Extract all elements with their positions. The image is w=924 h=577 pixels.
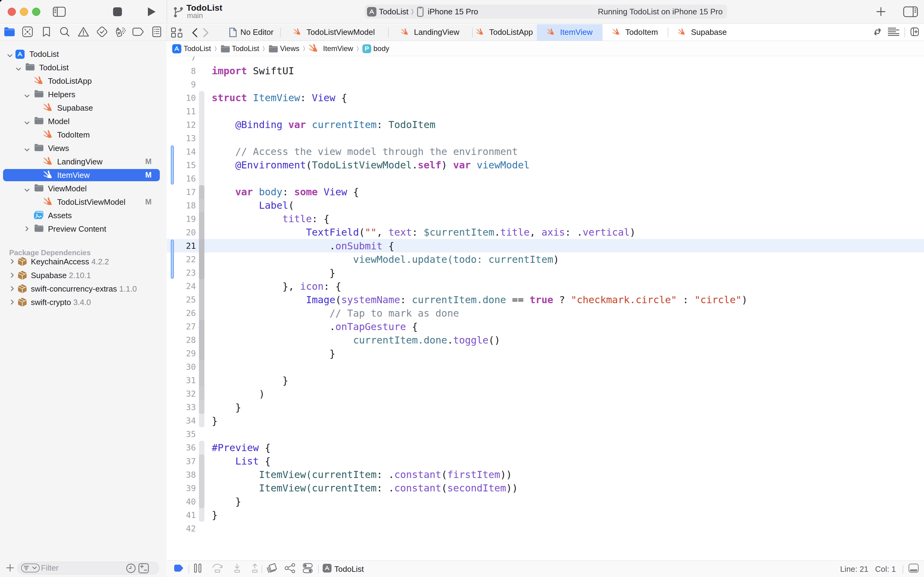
tab-todoitem[interactable]: TodoItem [602,24,668,41]
disclosure-open-icon[interactable] [24,147,29,153]
code-review-icon[interactable] [873,27,882,38]
go-forward-icon[interactable] [203,28,209,39]
bookmark-navigator-icon[interactable] [42,26,50,38]
package-item-keychainaccess[interactable]: KeychainAccess 4.2.2 [0,255,167,268]
line-number: 13 [167,134,196,143]
minimize-window-button[interactable] [20,8,28,16]
source-editor[interactable]: 7891011121314151617181920212223242526272… [167,56,924,560]
tab-todolistapp[interactable]: TodoListApp [472,24,537,41]
go-back-icon[interactable] [192,28,198,39]
line-number: 27 [167,322,196,331]
source-control-status-icon[interactable] [138,563,149,575]
sidebar-item-preview-content[interactable]: Preview Content [0,222,167,235]
sidebar-item-todoitem[interactable]: TodoItem [0,128,167,142]
add-editor-icon[interactable] [911,27,919,37]
code-token: ItemView(currentItem [259,469,377,480]
breakpoint-navigator-icon[interactable] [132,27,144,37]
sidebar-item-assets[interactable]: Assets [0,209,167,222]
package-item-supabase[interactable]: Supabase 2.10.1 [0,269,167,282]
add-item-icon[interactable] [6,564,14,573]
view-hierarchy-icon[interactable] [266,563,277,574]
disclosure-open-icon[interactable] [24,93,29,99]
fold-ribbon-segment[interactable] [199,239,204,279]
sidebar-item-todolistapp[interactable]: TodoListApp [0,74,167,88]
scheme-status-pill[interactable]: TodoList 〉 iPhone 15 Pro Running TodoLis… [365,5,727,19]
fold-ribbon-segment[interactable] [199,455,204,508]
sidebar-item-landingview[interactable]: LandingViewM [0,155,167,168]
tab-itemview[interactable]: ItemView [537,24,602,41]
step-into-icon[interactable] [233,564,242,574]
breadcrumb-todolist[interactable]: TodoList [172,44,211,53]
scheme-name[interactable]: TodoList [379,5,409,19]
disclosure-closed-icon[interactable] [10,272,14,279]
disclosure-closed-icon[interactable] [24,226,29,233]
breadcrumb-body[interactable]: Pbody [362,44,389,53]
package-item-swift-crypto[interactable]: swift-crypto 3.4.0 [0,295,167,309]
find-navigator-icon[interactable] [60,26,70,38]
environment-overrides-icon[interactable] [303,563,313,575]
line-number: 34 [167,416,196,425]
code-token: "" [365,226,377,238]
step-over-icon[interactable] [212,564,223,574]
step-out-icon[interactable] [250,564,259,574]
disclosure-open-icon[interactable] [24,187,29,193]
filter-icon[interactable] [21,564,40,572]
issue-navigator-icon[interactable] [77,27,89,38]
tab-supabase[interactable]: Supabase [668,24,737,41]
disclosure-closed-icon[interactable] [10,286,14,293]
breadcrumb-todolist[interactable]: TodoList [220,44,259,53]
sidebar-item-model[interactable]: Model [0,114,167,128]
recent-files-clock-icon[interactable] [126,563,136,575]
debug-bar: TodoList Line: 21Col: 1 [167,561,924,577]
code-line-14: // Access the view model through the env… [212,146,518,157]
editor-options-icon[interactable] [888,27,899,37]
project-navigator-icon[interactable] [3,27,16,38]
disclosure-open-icon[interactable] [16,66,21,73]
toggle-right-panel-icon[interactable] [903,6,918,18]
tab-landingview[interactable]: LandingView [388,24,472,41]
disclosure-open-icon[interactable] [7,52,12,59]
package-item-swift-concurrency-extras[interactable]: swift-concurrency-extras 1.1.0 [0,282,167,295]
sidebar-item-todolist[interactable]: TodoList [0,61,167,74]
add-button[interactable] [876,7,885,18]
fold-ribbon-segment[interactable] [199,320,204,360]
toggle-debug-area-icon[interactable] [908,564,919,574]
source-control-navigator-icon[interactable] [22,26,33,39]
sidebar-item-viewmodel[interactable]: ViewModel [0,182,167,195]
breadcrumb-itemview[interactable]: ItemView [309,43,353,54]
code-token: axis [541,226,565,238]
sidebar-item-todolist[interactable]: TodoList [0,47,167,61]
tab-no-editor[interactable]: No Editor [222,24,280,41]
filter-field[interactable]: Filter [18,562,159,575]
code-token [212,254,353,265]
code-token: currentItem.done [353,334,447,346]
scheme-chevron: 〉 [411,5,414,19]
memory-graph-icon[interactable] [285,563,295,574]
swift-file-icon [612,28,622,37]
stop-button[interactable] [113,7,122,18]
tab-todolistviewmodel[interactable]: TodoListViewModel [280,24,388,41]
close-window-button[interactable] [8,8,16,16]
sidebar-item-todolistviewmodel[interactable]: TodoListViewModelM [0,195,167,209]
run-button[interactable] [147,7,156,18]
navigator-bar [0,24,167,41]
disclosure-closed-icon[interactable] [10,259,14,266]
test-navigator-icon[interactable] [96,26,108,39]
debug-navigator-icon[interactable] [114,26,126,39]
sidebar-item-views[interactable]: Views [0,142,167,155]
code-token: // Tap to mark as done [329,308,459,319]
related-items-icon[interactable] [171,27,182,39]
toggle-sidebar-icon[interactable] [53,7,66,18]
run-destination[interactable]: iPhone 15 Pro [428,5,478,19]
disclosure-open-icon[interactable] [24,119,29,126]
pause-execution-icon[interactable] [194,564,201,574]
sidebar-item-supabase[interactable]: Supabase [0,101,167,114]
sidebar-item-itemview[interactable]: ItemViewM [0,168,167,182]
disclosure-closed-icon[interactable] [10,300,14,306]
zoom-window-button[interactable] [32,8,40,16]
report-navigator-icon[interactable] [152,26,161,39]
breadcrumb-views[interactable]: Views [268,44,299,53]
sidebar-item-helpers[interactable]: Helpers [0,88,167,101]
breakpoints-toggle-icon[interactable] [174,564,184,573]
running-app-label[interactable]: TodoList [334,561,364,577]
